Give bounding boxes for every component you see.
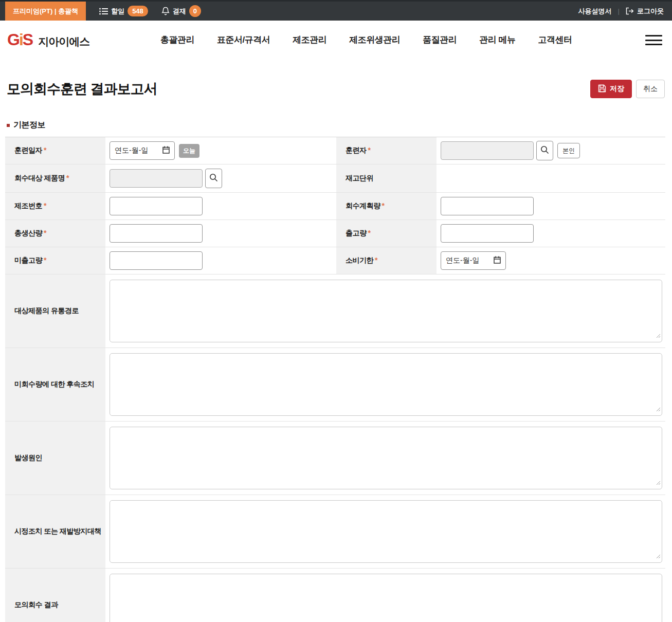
calendar-icon[interactable]	[162, 146, 170, 155]
approval-count-badge: 0	[189, 5, 201, 17]
calendar-icon[interactable]	[494, 256, 501, 265]
follow-up-action-label: 미회수량에 대한 후속조치	[5, 348, 105, 422]
nav-item-general[interactable]: 총괄관리	[160, 34, 194, 46]
logout-icon	[626, 7, 634, 15]
trainer-label: 훈련자*	[336, 137, 437, 164]
product-search-button[interactable]	[205, 169, 222, 188]
cancel-button[interactable]: 취소	[636, 80, 665, 98]
save-button[interactable]: 저장	[590, 80, 632, 98]
stock-unit-value	[437, 164, 665, 193]
logo-name: 지아이에스	[38, 34, 89, 49]
basic-info-table: 훈련일자* 연도-월-일 오늘 훈련자*	[5, 137, 665, 622]
distribution-channel-textarea[interactable]	[110, 280, 662, 342]
floppy-icon	[598, 84, 606, 94]
unshipped-qty-input[interactable]	[110, 251, 203, 270]
stock-unit-label: 재고단위	[336, 164, 437, 193]
required-marker: *	[382, 202, 385, 210]
expiry-date-label: 소비기한*	[336, 247, 437, 275]
section-bullet	[7, 124, 10, 127]
title-actions: 저장 취소	[590, 80, 665, 98]
shipped-qty-label: 출고량*	[336, 220, 437, 247]
search-icon	[209, 173, 218, 184]
required-marker: *	[44, 202, 46, 210]
today-button[interactable]: 오늘	[179, 144, 199, 158]
follow-up-action-textarea[interactable]	[110, 353, 662, 416]
list-icon	[99, 8, 108, 15]
main-nav: 총괄관리 표준서/규격서 제조관리 제조위생관리 품질관리 관리 메뉴 고객센터	[160, 34, 572, 46]
logout-link[interactable]: 로그아웃	[626, 7, 664, 16]
corrective-action-label: 시정조치 또는 재발방지대책	[5, 495, 105, 569]
shipped-qty-input[interactable]	[441, 224, 534, 243]
nav-item-quality[interactable]: 품질관리	[423, 34, 457, 46]
page-title: 모의회수훈련 결과보고서	[7, 80, 157, 98]
todo-count-badge: 548	[128, 6, 148, 16]
topbar-right: 사용설명서 | 로그아웃	[578, 7, 664, 16]
header: GiS 지아이에스 총괄관리 표준서/규격서 제조관리 제조위생관리 품질관리 …	[0, 21, 672, 59]
unshipped-qty-label: 미출고량*	[5, 247, 105, 275]
recall-plan-qty-input[interactable]	[441, 197, 534, 215]
required-marker: *	[368, 229, 371, 237]
distribution-channel-label: 대상제품의 유통경로	[5, 275, 105, 348]
required-marker: *	[44, 146, 46, 154]
nav-item-standards[interactable]: 표준서/규격서	[217, 34, 270, 46]
required-marker: *	[44, 256, 46, 264]
save-label: 저장	[610, 84, 624, 94]
mock-recall-result-label: 모의회수 결과	[5, 569, 105, 622]
hamburger-icon[interactable]	[645, 35, 662, 45]
logout-label: 로그아웃	[637, 7, 664, 16]
manual-link[interactable]: 사용설명서	[578, 7, 612, 16]
required-marker: *	[44, 229, 46, 237]
nav-item-manufacturing[interactable]: 제조관리	[293, 34, 326, 46]
cancel-label: 취소	[643, 84, 658, 94]
section-title: 기본정보	[13, 120, 45, 131]
product-name-input[interactable]	[110, 169, 203, 188]
search-icon	[540, 145, 549, 156]
todo-label: 할일	[111, 7, 124, 16]
self-button[interactable]: 본인	[557, 143, 580, 158]
topbar-divider: |	[618, 7, 620, 15]
lot-no-input[interactable]	[110, 197, 203, 215]
training-date-input[interactable]: 연도-월-일	[110, 141, 175, 160]
required-marker: *	[66, 174, 69, 182]
logo[interactable]: GiS 지아이에스	[7, 30, 89, 49]
trainer-search-button[interactable]	[536, 141, 553, 160]
logo-i: i	[19, 30, 23, 49]
todo-menu[interactable]: 할일 548	[99, 6, 148, 16]
mock-recall-result-textarea[interactable]	[110, 574, 662, 622]
cause-label: 발생원인	[5, 422, 105, 495]
corrective-action-textarea[interactable]	[110, 500, 662, 563]
recall-plan-qty-label: 회수계획량*	[336, 193, 437, 220]
trainer-input[interactable]	[441, 141, 534, 160]
required-marker: *	[368, 146, 371, 154]
approval-menu[interactable]: 결재 0	[161, 5, 201, 17]
logo-mark: GiS	[7, 30, 32, 49]
required-marker: *	[375, 256, 377, 264]
cause-textarea[interactable]	[110, 427, 662, 489]
total-production-input[interactable]	[110, 224, 203, 243]
approval-label: 결재	[173, 7, 186, 16]
total-production-label: 총생산량*	[5, 220, 105, 247]
lot-no-label: 제조번호*	[5, 193, 105, 220]
training-date-label: 훈련일자*	[5, 137, 105, 164]
product-name-label: 회수대상 제품명*	[5, 164, 105, 193]
nav-item-support[interactable]: 고객센터	[538, 34, 572, 46]
nav-item-hygiene[interactable]: 제조위생관리	[349, 34, 400, 46]
topbar: 프리미엄(PT) | 총괄책 할일 548 결재 0 사용설명서 |	[0, 0, 672, 21]
bell-icon	[161, 7, 170, 15]
nav-item-admin[interactable]: 관리 메뉴	[479, 34, 515, 46]
plan-badge-button[interactable]: 프리미엄(PT) | 총괄책	[5, 2, 86, 21]
expiry-date-input[interactable]: 연도-월-일	[441, 251, 506, 270]
